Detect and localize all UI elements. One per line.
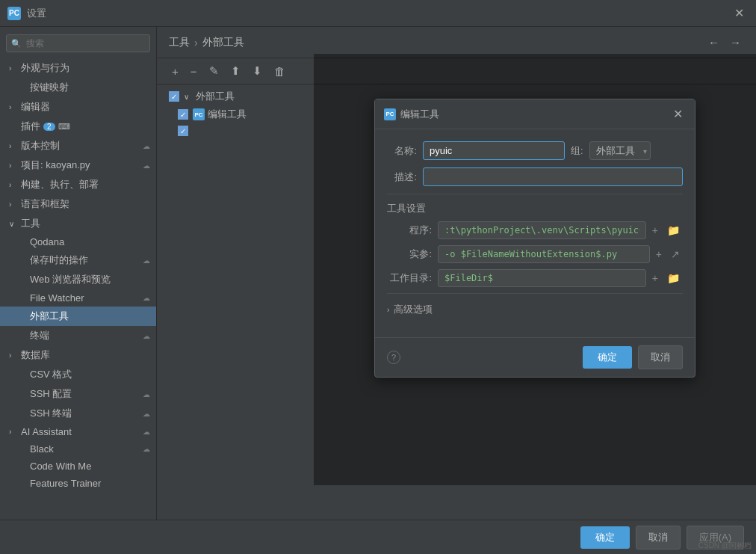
sidebar-item-web-browser[interactable]: Web 浏览器和预览 <box>0 270 156 289</box>
desc-row: 描述: <box>387 167 683 186</box>
advanced-section[interactable]: › 高级选项 <box>387 300 683 319</box>
program-input[interactable] <box>438 221 646 239</box>
window-title: 设置 <box>27 7 46 20</box>
workdir-label: 工作目录: <box>387 271 432 285</box>
sidebar-item-tools[interactable]: ∨ 工具 <box>0 214 156 233</box>
sidebar-item-save-actions[interactable]: 保存时的操作 ☁ <box>0 250 156 270</box>
sidebar-item-file-watcher[interactable]: File Watcher ☁ <box>0 289 156 307</box>
tool-settings-title: 工具设置 <box>387 202 683 215</box>
app-icon: PC <box>7 7 21 20</box>
sidebar-item-csv[interactable]: CSV 格式 <box>0 365 156 384</box>
back-button[interactable]: ← <box>705 34 722 50</box>
help-button[interactable]: ? <box>387 351 400 364</box>
sync-icon: ☁ <box>143 390 150 398</box>
workdir-input[interactable] <box>438 269 646 287</box>
title-bar: PC 设置 ✕ <box>0 0 756 27</box>
remove-tool-button[interactable]: − <box>188 64 200 79</box>
item-checkbox[interactable]: ✓ <box>178 109 188 120</box>
workdir-add-button[interactable]: + <box>649 271 661 286</box>
dialog-body: 名称: 组: 外部工具 ▾ 描述: <box>375 129 695 337</box>
chevron-down-icon: ∨ <box>184 93 193 101</box>
sidebar-item-plugins[interactable]: 插件 2 ⌨ <box>0 117 156 136</box>
breadcrumb-separator: › <box>194 37 198 49</box>
chevron-right-icon: › <box>9 103 18 111</box>
workdir-row: 工作目录: + 📁 <box>387 269 683 287</box>
program-folder-button[interactable]: 📁 <box>664 223 683 238</box>
sidebar-item-appearance[interactable]: › 外观与行为 <box>0 58 156 78</box>
sidebar-item-features-trainer[interactable]: Features Trainer <box>0 475 156 492</box>
add-tool-button[interactable]: + <box>169 64 182 79</box>
name-group-row: 名称: 组: 外部工具 ▾ <box>387 141 683 160</box>
dialog-ok-button[interactable]: 确定 <box>583 346 632 369</box>
args-add-button[interactable]: + <box>653 247 665 262</box>
sidebar-item-ssh-terminal[interactable]: SSH 终端 ☁ <box>0 404 156 423</box>
dialog-title-bar: PC 编辑工具 ✕ <box>375 99 695 129</box>
sidebar-item-build[interactable]: › 构建、执行、部署 <box>0 175 156 194</box>
sync-icon: ☁ <box>143 256 150 265</box>
name-input[interactable] <box>423 141 565 160</box>
dialog-cancel-button[interactable]: 取消 <box>638 345 683 369</box>
content-area: 工具 › 外部工具 ← → + − ✎ ⬆ ⬇ 🗑 ✓ ∨ 外部工具 ✓ <box>157 27 756 520</box>
ok-button[interactable]: 确定 <box>580 526 630 549</box>
chevron-right-icon: › <box>9 161 18 170</box>
dialog-title: 编辑工具 <box>400 108 670 121</box>
sidebar-item-code-with-me[interactable]: Code With Me <box>0 458 156 475</box>
divider2 <box>387 293 683 294</box>
sidebar-item-ssh-config[interactable]: SSH 配置 ☁ <box>0 384 156 404</box>
watermark: CSDN @阿树档 <box>698 541 752 551</box>
forward-button[interactable]: → <box>727 34 744 50</box>
chevron-right-icon: › <box>9 142 18 150</box>
sidebar-item-vcs[interactable]: › 版本控制 ☁ <box>0 136 156 156</box>
delete-tool-button[interactable]: 🗑 <box>271 64 288 79</box>
group-checkbox[interactable]: ✓ <box>169 91 179 102</box>
group-select[interactable]: 外部工具 <box>589 141 651 160</box>
sidebar: 🔍 › 外观与行为 按键映射 › 编辑器 插件 2 ⌨ › 版本控制 ☁ › <box>0 27 157 520</box>
chevron-right-icon: › <box>9 64 18 73</box>
translate-icon: ⌨ <box>58 122 70 132</box>
sidebar-item-terminal[interactable]: 终端 ☁ <box>0 326 156 345</box>
dialog-close-button[interactable]: ✕ <box>670 105 686 123</box>
sidebar-item-languages[interactable]: › 语言和框架 <box>0 194 156 214</box>
bottom-bar: 确定 取消 应用(A) <box>0 520 756 554</box>
sidebar-item-keymap[interactable]: 按键映射 <box>0 78 156 97</box>
copy-down-button[interactable]: ⬇ <box>250 63 265 79</box>
sidebar-item-qodana[interactable]: Qodana <box>0 233 156 250</box>
cancel-button[interactable]: 取消 <box>636 526 681 550</box>
sidebar-item-ai-assistant[interactable]: › AI Assistant ☁ <box>0 423 156 440</box>
sidebar-item-project[interactable]: › 项目: kaoyan.py ☁ <box>0 156 156 175</box>
sync-icon: ☁ <box>143 445 150 453</box>
args-expand-button[interactable]: ↗ <box>668 247 683 262</box>
name-label: 名称: <box>387 144 417 158</box>
edit-tool-dialog: PC 编辑工具 ✕ 名称: 组: 外部工具 <box>374 99 695 378</box>
chevron-right-icon: › <box>9 351 18 360</box>
search-input[interactable] <box>6 34 150 52</box>
window-close-button[interactable]: ✕ <box>730 4 749 22</box>
sync-icon: ☁ <box>143 428 150 436</box>
desc-label: 描述: <box>387 170 417 184</box>
search-box: 🔍 <box>6 34 150 52</box>
program-add-button[interactable]: + <box>649 223 661 238</box>
sync-icon: ☁ <box>143 410 150 418</box>
plugin-badge: 2 <box>43 123 55 131</box>
sidebar-item-black[interactable]: Black ☁ <box>0 440 156 458</box>
chevron-right-icon: › <box>387 306 389 314</box>
pc-icon: PC <box>193 108 205 120</box>
workdir-folder-button[interactable]: 📁 <box>664 271 683 286</box>
desc-input[interactable] <box>423 167 683 186</box>
edit-tool-button[interactable]: ✎ <box>206 63 222 79</box>
program-row: 程序: + 📁 <box>387 221 683 239</box>
args-input[interactable] <box>438 245 650 263</box>
sidebar-item-database[interactable]: › 数据库 <box>0 345 156 365</box>
chevron-right-icon: › <box>9 428 18 436</box>
dialog-overlay: PC 编辑工具 ✕ 名称: 组: 外部工具 <box>314 54 756 485</box>
divider <box>387 194 683 194</box>
copy-up-button[interactable]: ⬆ <box>228 63 244 79</box>
chevron-right-icon: › <box>9 200 18 209</box>
sidebar-item-external-tools[interactable]: 外部工具 <box>0 307 156 326</box>
args-row: 实参: + ↗ <box>387 245 683 263</box>
item-checkbox[interactable]: ✓ <box>178 126 188 136</box>
sidebar-item-editor[interactable]: › 编辑器 <box>0 97 156 117</box>
sync-icon: ☁ <box>143 142 150 150</box>
group-select-wrap: 外部工具 ▾ <box>589 141 651 160</box>
chevron-right-icon: › <box>9 181 18 189</box>
